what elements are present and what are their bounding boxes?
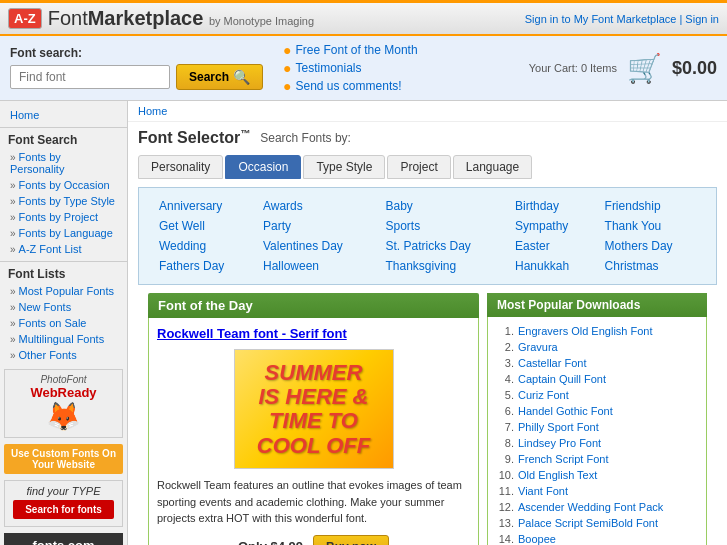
occasion-mothers-day[interactable]: Mothers Day [605, 239, 673, 253]
occasion-sports[interactable]: Sports [385, 219, 420, 233]
sidebar-az-list[interactable]: »A-Z Font List [0, 241, 127, 257]
font-selector-header: Font Selector™ Search Fonts by: [138, 128, 717, 147]
testimonials-link[interactable]: ● Testimonials [283, 60, 418, 76]
occasion-halloween[interactable]: Halloween [263, 259, 319, 273]
site-name: FontMarketplace by Monotype Imaging [48, 7, 314, 30]
cart-total: $0.00 [672, 58, 717, 79]
tab-personality[interactable]: Personality [138, 155, 223, 179]
font-of-day-header: Font of the Day [148, 293, 479, 318]
sidebar-multilingual[interactable]: »Multilingual Fonts [0, 331, 127, 347]
occasion-thanksgiving[interactable]: Thanksgiving [385, 259, 456, 273]
occasion-easter[interactable]: Easter [515, 239, 550, 253]
popular-item-5: 5. Curiz Font [494, 387, 700, 403]
send-comments-anchor[interactable]: Send us comments! [296, 79, 402, 93]
send-comments-link[interactable]: ● Send us comments! [283, 78, 418, 94]
pop-num-4: 4. [494, 373, 514, 385]
occasion-get-well[interactable]: Get Well [159, 219, 205, 233]
occasion-grid: Anniversary Awards Baby Birthday Friends… [138, 187, 717, 285]
sidebar-fonts-on-sale[interactable]: »Fonts on Sale [0, 315, 127, 331]
testimonials-anchor[interactable]: Testimonials [296, 61, 362, 75]
pop-link-12[interactable]: Ascender Wedding Font Pack [518, 501, 663, 513]
pop-num-9: 9. [494, 453, 514, 465]
sidebar-project[interactable]: »Fonts by Project [0, 209, 127, 225]
summer-text: SUMMER IS HERE & TIME TO COOL OFF [257, 361, 370, 458]
find-type-promo: find your TYPE Search for fonts [4, 480, 123, 527]
font-day-description: Rockwell Team features an outline that e… [157, 477, 470, 527]
webready-promo: PhotoFont WebReady 🦊 [4, 369, 123, 438]
tab-bar: Personality Occasion Type Style Project … [138, 155, 717, 179]
occasion-fathers-day[interactable]: Fathers Day [159, 259, 224, 273]
pop-link-13[interactable]: Palace Script SemiBold Font [518, 517, 658, 529]
occasion-awards[interactable]: Awards [263, 199, 303, 213]
search-icon: 🔍 [233, 69, 250, 85]
pop-link-11[interactable]: Viant Font [518, 485, 568, 497]
occasion-thank-you[interactable]: Thank You [605, 219, 662, 233]
cart-count: Your Cart: 0 Items [529, 62, 617, 74]
pop-link-4[interactable]: Captain Quill Font [518, 373, 606, 385]
free-font-link[interactable]: ● Free Font of the Month [283, 42, 418, 58]
custom-fonts-promo[interactable]: Use Custom Fonts On Your Website [4, 444, 123, 474]
sidebar-most-popular[interactable]: »Most Popular Fonts [0, 283, 127, 299]
popular-item-14: 14. Boopee [494, 531, 700, 545]
free-font-anchor[interactable]: Free Font of the Month [296, 43, 418, 57]
right-column: Most Popular Downloads 1. Engravers Old … [487, 293, 707, 545]
font-day-link[interactable]: Rockwell Team font - Serif font [157, 326, 347, 341]
bullet-icon: ● [283, 42, 291, 58]
pop-link-3[interactable]: Castellar Font [518, 357, 586, 369]
pop-num-14: 14. [494, 533, 514, 545]
search-label: Font search: [10, 46, 263, 60]
main-layout: Home Font Search »Fonts by Personality »… [0, 101, 727, 545]
pop-link-14[interactable]: Boopee [518, 533, 556, 545]
sidebar-new-fonts[interactable]: »New Fonts [0, 299, 127, 315]
popular-item-6: 6. Handel Gothic Font [494, 403, 700, 419]
sidebar-occasion[interactable]: »Fonts by Occasion [0, 177, 127, 193]
pop-link-2[interactable]: Gravura [518, 341, 558, 353]
occasion-wedding[interactable]: Wedding [159, 239, 206, 253]
pop-num-6: 6. [494, 405, 514, 417]
pop-link-6[interactable]: Handel Gothic Font [518, 405, 613, 417]
buy-now-button[interactable]: Buy now [313, 535, 389, 545]
pop-link-5[interactable]: Curiz Font [518, 389, 569, 401]
occasion-birthday[interactable]: Birthday [515, 199, 559, 213]
pop-num-8: 8. [494, 437, 514, 449]
photo-font-label: PhotoFont [9, 374, 118, 385]
sidebar-type-style[interactable]: »Fonts by Type Style [0, 193, 127, 209]
popular-downloads-list: 1. Engravers Old English Font 2. Gravura… [487, 317, 707, 545]
search-for-fonts-btn[interactable]: Search for fonts [13, 500, 114, 519]
tab-language[interactable]: Language [453, 155, 532, 179]
occasion-christmas[interactable]: Christmas [605, 259, 659, 273]
occasion-baby[interactable]: Baby [385, 199, 412, 213]
pop-num-3: 3. [494, 357, 514, 369]
occasion-anniversary[interactable]: Anniversary [159, 199, 222, 213]
pop-link-8[interactable]: Lindsey Pro Font [518, 437, 601, 449]
occasion-st-patricks[interactable]: St. Patricks Day [385, 239, 470, 253]
popular-downloads-header: Most Popular Downloads [487, 293, 707, 317]
pop-link-1[interactable]: Engravers Old English Font [518, 325, 653, 337]
search-button[interactable]: Search 🔍 [176, 64, 263, 90]
font-day-title[interactable]: Rockwell Team font - Serif font [157, 326, 470, 341]
search-input[interactable] [10, 65, 170, 89]
tab-project[interactable]: Project [387, 155, 450, 179]
sidebar-other-fonts[interactable]: »Other Fonts [0, 347, 127, 363]
pop-link-7[interactable]: Philly Sport Font [518, 421, 599, 433]
tab-occasion[interactable]: Occasion [225, 155, 301, 179]
sidebar-personality[interactable]: »Fonts by Personality [0, 149, 127, 177]
occasion-sympathy[interactable]: Sympathy [515, 219, 568, 233]
webready-label: WebReady [9, 385, 118, 400]
cart-info: Your Cart: 0 Items [529, 62, 617, 74]
occasion-party[interactable]: Party [263, 219, 291, 233]
tab-type-style[interactable]: Type Style [303, 155, 385, 179]
by-monotype: by Monotype Imaging [209, 15, 314, 27]
pop-link-10[interactable]: Old English Text [518, 469, 597, 481]
pop-num-1: 1. [494, 325, 514, 337]
home-breadcrumb[interactable]: Home [138, 105, 167, 117]
occasion-hanukkah[interactable]: Hanukkah [515, 259, 569, 273]
sidebar: Home Font Search »Fonts by Personality »… [0, 101, 128, 545]
pop-link-9[interactable]: French Script Font [518, 453, 608, 465]
sidebar-home[interactable]: Home [0, 107, 127, 123]
header-signin[interactable]: Sign in to My Font Marketplace | Sign in [525, 13, 719, 25]
signin-link[interactable]: Sign in to My Font Marketplace | Sign in [525, 13, 719, 25]
occasion-valentines[interactable]: Valentines Day [263, 239, 343, 253]
occasion-friendship[interactable]: Friendship [605, 199, 661, 213]
sidebar-language[interactable]: »Fonts by Language [0, 225, 127, 241]
